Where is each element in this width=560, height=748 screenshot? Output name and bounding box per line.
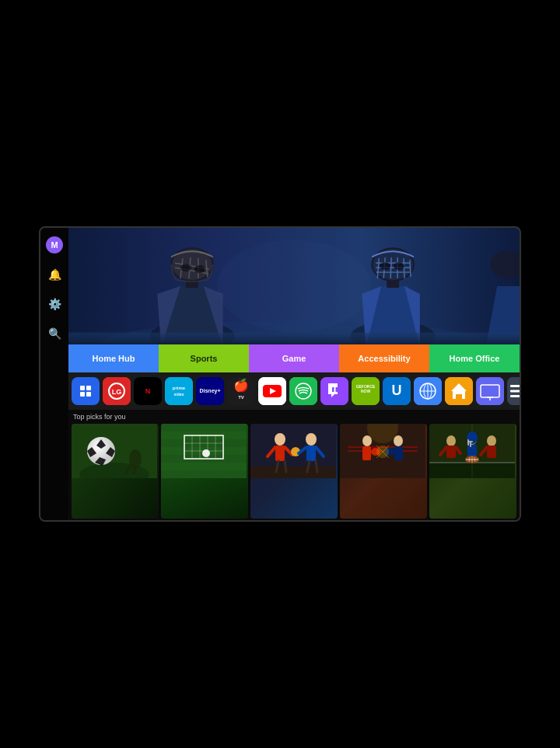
svg-text:video: video [173, 392, 184, 397]
svg-rect-35 [165, 377, 193, 405]
app-lg-channels[interactable]: LG [103, 377, 131, 405]
tab-home-office[interactable]: Home Office [429, 344, 520, 372]
app-spotify[interactable] [289, 377, 317, 405]
svg-point-127 [446, 435, 456, 446]
svg-point-27 [380, 262, 390, 270]
svg-text:TV: TV [238, 395, 244, 400]
svg-point-97 [275, 433, 285, 446]
svg-rect-105 [306, 446, 316, 461]
svg-text:🍎: 🍎 [233, 378, 249, 393]
app-youtube[interactable] [258, 377, 286, 405]
user-avatar[interactable]: M [45, 236, 64, 254]
svg-point-30 [217, 239, 372, 332]
top-picks-section: Top picks for you [68, 410, 520, 520]
tab-home-hub[interactable]: Home Hub [68, 344, 159, 372]
svg-rect-83 [161, 424, 247, 432]
svg-point-94 [202, 449, 210, 457]
svg-point-104 [306, 433, 317, 446]
svg-text:U: U [392, 383, 402, 398]
svg-point-117 [394, 435, 403, 446]
app-web-browser[interactable] [414, 377, 442, 405]
svg-point-28 [394, 262, 404, 270]
svg-text:Disney+: Disney+ [199, 388, 220, 394]
svg-rect-69 [510, 390, 520, 393]
svg-line-102 [285, 461, 286, 472]
avatar: M [46, 236, 63, 253]
app-smart-home[interactable] [445, 377, 473, 405]
svg-point-13 [194, 265, 205, 273]
app-geforce-now[interactable]: GEFORCE NOW [352, 377, 380, 405]
app-netflix[interactable]: N [134, 377, 162, 405]
pick-item-4[interactable] [340, 424, 427, 519]
svg-point-78 [129, 449, 142, 468]
app-twitch[interactable] [320, 377, 348, 405]
app-apple-tv[interactable]: 🍎 TV [227, 377, 255, 405]
svg-line-25 [404, 258, 404, 278]
tab-game[interactable]: Game [249, 344, 339, 372]
pick-item-3[interactable] [250, 424, 338, 519]
svg-text:LG: LG [112, 388, 122, 396]
svg-rect-86 [161, 470, 247, 478]
svg-rect-115 [362, 446, 371, 460]
tab-sports[interactable]: Sports [159, 344, 249, 372]
app-ubisoft[interactable]: U [383, 377, 411, 405]
svg-rect-70 [510, 395, 520, 397]
tab-accessibility[interactable]: Accessibility [339, 344, 429, 372]
svg-rect-46 [289, 377, 317, 405]
app-screen-share[interactable] [476, 377, 504, 405]
svg-rect-132 [467, 445, 477, 457]
svg-line-26 [410, 260, 411, 277]
svg-line-80 [134, 467, 135, 474]
main-content: Home Hub Sports Game Accessibility Home … [68, 228, 520, 520]
svg-rect-50 [336, 387, 338, 392]
picks-grid [72, 424, 516, 519]
bell-icon: 🔔 [48, 268, 61, 281]
svg-point-12 [180, 264, 191, 271]
top-picks-label: Top picks for you [72, 413, 516, 421]
apps-row: LG N prime video Disney+ [68, 372, 520, 410]
svg-point-137 [487, 435, 496, 446]
pick-item-1[interactable] [72, 424, 159, 519]
settings-button[interactable]: ⚙️ [45, 295, 64, 313]
gear-icon: ⚙️ [48, 298, 61, 310]
app-all-apps[interactable] [72, 377, 100, 405]
sidebar: M 🔔 ⚙️ 🔍 [40, 228, 68, 520]
app-prime-video[interactable]: prime video [165, 377, 193, 405]
search-button[interactable]: 🔍 [45, 324, 64, 343]
pick-item-2[interactable] [161, 424, 248, 519]
pick-item-5[interactable] [429, 424, 516, 519]
svg-rect-98 [275, 446, 285, 461]
category-tabs: Home Hub Sports Game Accessibility Home … [68, 344, 520, 372]
app-more[interactable] [507, 377, 520, 405]
svg-rect-68 [510, 385, 520, 387]
svg-rect-31 [68, 333, 520, 344]
svg-line-109 [316, 461, 317, 472]
svg-line-23 [390, 257, 391, 278]
svg-rect-118 [394, 446, 403, 460]
svg-text:NOW: NOW [361, 389, 371, 393]
svg-point-114 [362, 435, 372, 446]
tv-screen: M 🔔 ⚙️ 🔍 [39, 226, 521, 522]
notifications-button[interactable]: 🔔 [45, 265, 64, 284]
svg-rect-136 [467, 441, 473, 442]
search-icon: 🔍 [48, 327, 61, 340]
app-disney-plus[interactable]: Disney+ [196, 377, 224, 405]
svg-text:prime: prime [173, 386, 186, 390]
svg-rect-96 [250, 467, 336, 478]
svg-rect-49 [332, 387, 334, 392]
hero-banner [68, 228, 520, 344]
